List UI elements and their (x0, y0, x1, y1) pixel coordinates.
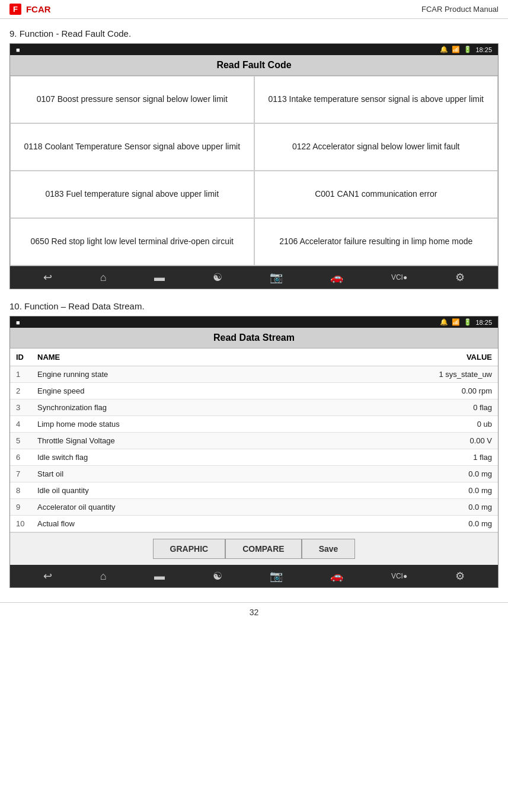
col-name: NAME (31, 349, 415, 366)
fault-cell-0183[interactable]: 0183 Fuel temperature signal above upper… (10, 171, 254, 218)
ds-status-left: ■ (16, 319, 20, 326)
fault-toolbar: ↩ ⌂ ▬ ☯ 📷 🚗 VCI● ⚙ (10, 266, 498, 289)
cell-id: 7 (10, 466, 31, 482)
ds-camera-icon[interactable]: 📷 (270, 570, 283, 583)
back-icon[interactable]: ↩ (43, 271, 52, 284)
cell-id: 1 (10, 366, 31, 383)
ds-screen-icon[interactable]: ▬ (154, 570, 165, 583)
cell-id: 2 (10, 383, 31, 399)
fault-cell-0118[interactable]: 0118 Coolant Temperature Sensor signal a… (10, 123, 254, 171)
cell-id: 10 (10, 516, 31, 532)
screen-icon[interactable]: ▬ (154, 271, 165, 284)
logo: F FCAR (9, 4, 51, 15)
battery-icon: 🔋 (464, 46, 472, 53)
status-icons: 🔔 📶 🔋 18:25 (440, 46, 492, 53)
fault-cell-c001[interactable]: C001 CAN1 communication error (254, 171, 499, 218)
cell-id: 9 (10, 499, 31, 516)
home-icon[interactable]: ⌂ (100, 271, 107, 284)
target-icon[interactable]: ☯ (213, 271, 222, 284)
fault-cell-0107[interactable]: 0107 Boost pressure sensor signal below … (10, 76, 254, 123)
cell-name: Actual flow (31, 516, 415, 532)
car-icon[interactable]: 🚗 (330, 271, 343, 284)
cell-value: 0 flag (415, 399, 498, 416)
fault-cell-2106[interactable]: 2106 Accelerator failure resulting in li… (254, 218, 499, 266)
table-row[interactable]: 1Engine running state1 sys_state_uw (10, 366, 498, 383)
ds-back-icon[interactable]: ↩ (43, 570, 52, 583)
data-stream-table: ID NAME VALUE 1Engine running state1 sys… (10, 349, 498, 532)
cell-name: Start oil (31, 466, 415, 482)
button-bar: GRAPHIC COMPARE Save (10, 532, 498, 565)
ds-settings-icon[interactable]: ⚙ (455, 570, 465, 583)
ds-status-bar: ■ 🔔 📶 🔋 18:25 (10, 317, 498, 328)
page-number: 32 (250, 608, 259, 617)
doc-title: FCAR Product Manual (421, 5, 499, 14)
ds-status-icons: 🔔 📶 🔋 18:25 (440, 318, 492, 326)
signal-icon: 📶 (452, 46, 460, 53)
section1-label: 9. Function - Read Fault Code. (9, 28, 499, 39)
ds-signal-icon: 📶 (452, 318, 460, 326)
fault-cell-0113[interactable]: 0113 Intake temperature sensor signal is… (254, 76, 499, 123)
table-row[interactable]: 2Engine speed0.00 rpm (10, 383, 498, 399)
ds-home-icon[interactable]: ⌂ (100, 570, 107, 583)
cell-name: Accelerator oil quantity (31, 499, 415, 516)
ds-vci-icon[interactable]: VCI● (391, 572, 407, 580)
cell-name: Engine speed (31, 383, 415, 399)
cell-id: 3 (10, 399, 31, 416)
save-button[interactable]: Save (302, 539, 356, 559)
cell-value: 0.0 mg (415, 482, 498, 499)
cell-name: Idle switch flag (31, 449, 415, 466)
fault-code-screen: ■ 🔔 📶 🔋 18:25 Read Fault Code 0107 Boost… (9, 43, 499, 289)
clock: 18:25 (475, 46, 492, 53)
table-row[interactable]: 3Synchronization flag0 flag (10, 399, 498, 416)
cell-value: 0.0 mg (415, 466, 498, 482)
cell-value: 0.0 mg (415, 516, 498, 532)
data-stream-screen: ■ 🔔 📶 🔋 18:25 Read Data Stream ID NAME V… (9, 316, 499, 588)
table-row[interactable]: 8Idle oil quantity0.0 mg (10, 482, 498, 499)
ds-battery-icon: 🔋 (464, 318, 472, 326)
cell-id: 5 (10, 433, 31, 449)
col-id: ID (10, 349, 31, 366)
table-header-row: ID NAME VALUE (10, 349, 498, 366)
ds-clock: 18:25 (475, 319, 492, 326)
table-row[interactable]: 5Throttle Signal Voltage0.00 V (10, 433, 498, 449)
fault-cell-0122[interactable]: 0122 Accelerator signal below lower limi… (254, 123, 499, 171)
col-value: VALUE (415, 349, 498, 366)
logo-text: FCAR (26, 4, 51, 14)
cell-value: 1 flag (415, 449, 498, 466)
ds-target-icon[interactable]: ☯ (213, 570, 222, 583)
table-row[interactable]: 9Accelerator oil quantity0.0 mg (10, 499, 498, 516)
cell-value: 0 ub (415, 416, 498, 433)
fault-grid: 0107 Boost pressure sensor signal below … (10, 76, 498, 266)
cell-value: 0.00 V (415, 433, 498, 449)
notification-icon: 🔔 (440, 46, 448, 53)
cell-id: 8 (10, 482, 31, 499)
logo-icon: F (9, 4, 21, 15)
cell-value: 0.00 rpm (415, 383, 498, 399)
camera-icon[interactable]: 📷 (270, 271, 283, 284)
table-row[interactable]: 7Start oil0.0 mg (10, 466, 498, 482)
fault-status-bar: ■ 🔔 📶 🔋 18:25 (10, 44, 498, 55)
table-row[interactable]: 6Idle switch flag1 flag (10, 449, 498, 466)
cell-name: Idle oil quantity (31, 482, 415, 499)
cell-name: Engine running state (31, 366, 415, 383)
graphic-button[interactable]: GRAPHIC (153, 539, 226, 559)
section2-label: 10. Function – Read Data Stream. (9, 301, 499, 311)
page-footer: 32 (0, 602, 508, 617)
cell-name: Throttle Signal Voltage (31, 433, 415, 449)
fault-cell-0650[interactable]: 0650 Red stop light low level terminal d… (10, 218, 254, 266)
cell-name: Synchronization flag (31, 399, 415, 416)
cell-id: 4 (10, 416, 31, 433)
table-row[interactable]: 4Limp home mode status0 ub (10, 416, 498, 433)
vci-icon[interactable]: VCI● (391, 273, 407, 282)
cell-value: 0.0 mg (415, 499, 498, 516)
cell-value: 1 sys_state_uw (415, 366, 498, 383)
fault-screen-title: Read Fault Code (10, 55, 498, 76)
ds-toolbar: ↩ ⌂ ▬ ☯ 📷 🚗 VCI● ⚙ (10, 565, 498, 587)
status-left: ■ (16, 46, 20, 53)
settings-icon[interactable]: ⚙ (455, 271, 465, 284)
cell-name: Limp home mode status (31, 416, 415, 433)
cell-id: 6 (10, 449, 31, 466)
ds-car-icon[interactable]: 🚗 (330, 570, 343, 583)
table-row[interactable]: 10Actual flow0.0 mg (10, 516, 498, 532)
compare-button[interactable]: COMPARE (225, 539, 302, 559)
